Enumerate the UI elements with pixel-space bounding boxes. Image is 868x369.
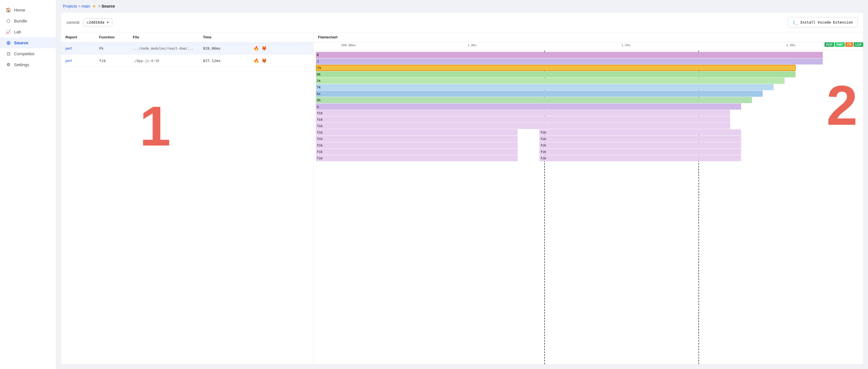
- row-icons: 🔥 🦊: [253, 46, 276, 51]
- file-path: ./App.js:4:10: [133, 59, 203, 63]
- flame-bar-fib7b[interactable]: fib: [539, 148, 741, 155]
- timeline-label-2s: 2.00s: [786, 43, 796, 47]
- table-row[interactable]: perf Fk .../node_modules/react-dom/... 9…: [61, 42, 313, 55]
- function-name: Fk: [99, 46, 133, 51]
- sidebar-item-source[interactable]: ◎ Source: [0, 37, 56, 48]
- fire-icon[interactable]: 🔥: [253, 46, 259, 51]
- flame-bar-R[interactable]: R: [316, 52, 823, 58]
- flame-row: fib: [316, 123, 861, 129]
- flame-bar-fib1[interactable]: fib: [316, 110, 730, 116]
- breadcrumb-main[interactable]: main: [82, 4, 90, 8]
- flame-bar-J[interactable]: J: [316, 58, 823, 65]
- flame-bar-Fk[interactable]: Fk: [316, 65, 796, 71]
- flame-bar-fib7a[interactable]: fib: [316, 148, 518, 155]
- col-function: Function: [99, 35, 133, 39]
- commit-select[interactable]: c2dd16da ▾: [83, 18, 112, 26]
- golden-icon[interactable]: 🦊: [261, 58, 267, 63]
- metric-badges: FCP FMP TTI LCP: [825, 42, 863, 47]
- table-panel: Report Function File Time perf Fk .../no…: [61, 32, 314, 364]
- col-icons: [253, 35, 276, 39]
- lcp-badge: LCP: [854, 42, 863, 47]
- flamechart-timeline: 500.00ms 1.00s 1.50s 2.00s FCP FMP TTI L…: [314, 42, 863, 51]
- sidebar-item-home[interactable]: 🏠 Home: [0, 4, 56, 15]
- flame-row: Fk: [316, 65, 861, 71]
- file-path: .../node_modules/react-dom/...: [133, 46, 203, 51]
- flamechart-title: Flamechart: [314, 32, 863, 42]
- home-icon: 🏠: [6, 7, 11, 12]
- sidebar-item-label: Lab: [14, 29, 21, 34]
- flame-bar-Tk[interactable]: Tk: [316, 84, 774, 90]
- settings-icon: ⚙: [6, 62, 11, 67]
- sidebar-item-label: Bundle: [14, 19, 27, 23]
- sidebar: 🏠 Home ⬡ Bundle 📈 Lab ◎ Source ⊡ Competi…: [0, 0, 56, 369]
- flame-bar-fib4b[interactable]: fib: [539, 129, 741, 135]
- sidebar-item-bundle[interactable]: ⬡ Bundle: [0, 15, 56, 26]
- chevron-down-icon: ▾: [107, 20, 109, 24]
- flame-row: Uh: [316, 97, 861, 103]
- flame-bar-ki[interactable]: ki: [316, 91, 763, 97]
- vscode-btn-label: Install Vscode Extension: [800, 20, 853, 24]
- source-icon: ◎: [6, 40, 11, 45]
- flame-row: Hk: [316, 71, 861, 77]
- content-panel: commit: c2dd16da ▾ ⟩_ Install Vscode Ext…: [61, 12, 864, 365]
- timeline-label-15s: 1.50s: [621, 43, 630, 47]
- toolbar: commit: c2dd16da ▾ ⟩_ Install Vscode Ext…: [61, 12, 863, 32]
- flame-bar-Sk[interactable]: Sk: [316, 78, 785, 84]
- star-icon[interactable]: ★: [92, 4, 96, 8]
- bundle-icon: ⬡: [6, 18, 11, 24]
- flame-row: fib fib: [316, 142, 861, 148]
- flame-bar-Uh[interactable]: Uh: [316, 97, 752, 103]
- competitor-icon: ⊡: [6, 51, 11, 56]
- vscode-icon: ⟩_: [793, 20, 798, 25]
- flame-row: R: [316, 52, 861, 58]
- commit-value: c2dd16da: [87, 20, 104, 24]
- flame-row: fib: [316, 116, 861, 123]
- table-row[interactable]: perf fib ./App.js:4:10 837.12ms 🔥 🦊: [61, 55, 313, 67]
- report-link[interactable]: perf: [65, 59, 99, 63]
- flame-bar-fib5a[interactable]: fib: [316, 136, 518, 142]
- commit-row: commit: c2dd16da ▾: [66, 18, 112, 26]
- flame-bar-fib6a[interactable]: fib: [316, 142, 518, 148]
- flame-row: o: [316, 103, 861, 110]
- col-report: Report: [65, 35, 99, 39]
- sidebar-item-lab[interactable]: 📈 Lab: [0, 26, 56, 37]
- fcp-badge: FCP: [825, 42, 834, 47]
- flame-bar-fib4a[interactable]: fib: [316, 129, 518, 135]
- tti-badge: TTI: [845, 42, 854, 47]
- flame-row: fib fib: [316, 129, 861, 135]
- big-number-1: 1: [140, 94, 171, 159]
- flame-row: J: [316, 58, 861, 65]
- flame-bar-fib8a[interactable]: fib: [316, 155, 518, 161]
- report-link[interactable]: perf: [65, 46, 99, 51]
- flame-bar-Hk[interactable]: Hk: [316, 71, 796, 77]
- fire-icon[interactable]: 🔥: [253, 58, 259, 63]
- flamechart-panel: Flamechart 500.00ms 1.00s 1.50s 2.00s FC…: [314, 32, 863, 364]
- flame-row: Tk: [316, 84, 861, 90]
- timeline-labels: 500.00ms 1.00s 1.50s 2.00s: [314, 43, 863, 49]
- flamechart-body: R J Fk Hk Sk Tk: [314, 51, 863, 364]
- flame-bar-fib8b[interactable]: fib: [539, 155, 741, 161]
- flame-row: fib fib: [316, 155, 861, 161]
- function-name: fib: [99, 59, 133, 63]
- flame-bar-fib5b[interactable]: fib: [539, 136, 741, 142]
- body-split: Report Function File Time perf Fk .../no…: [61, 32, 863, 364]
- breadcrumb-projects[interactable]: Projects: [63, 4, 77, 8]
- sidebar-item-competitor[interactable]: ⊡ Competitor: [0, 48, 56, 59]
- sidebar-item-settings[interactable]: ⚙ Settings: [0, 59, 56, 70]
- breadcrumb: Projects > main ★ > Source: [56, 0, 868, 12]
- flame-bar-fib2[interactable]: fib: [316, 116, 730, 123]
- flame-bar-fib3[interactable]: fib: [316, 123, 730, 129]
- col-file: File: [133, 35, 203, 39]
- flame-bar-o[interactable]: o: [316, 103, 741, 110]
- sidebar-item-label: Source: [14, 40, 28, 45]
- table-header: Report Function File Time: [61, 32, 313, 42]
- breadcrumb-sep2: >: [98, 4, 102, 8]
- flame-bar-fib6b[interactable]: fib: [539, 142, 741, 148]
- row-icons: 🔥 🦊: [253, 58, 276, 63]
- sidebar-item-label: Competitor: [14, 51, 34, 56]
- golden-icon[interactable]: 🦊: [261, 46, 267, 51]
- flame-row: fib fib: [316, 136, 861, 142]
- vscode-extension-button[interactable]: ⟩_ Install Vscode Extension: [788, 17, 858, 28]
- breadcrumb-current: Source: [102, 4, 115, 8]
- flame-row: Sk: [316, 78, 861, 84]
